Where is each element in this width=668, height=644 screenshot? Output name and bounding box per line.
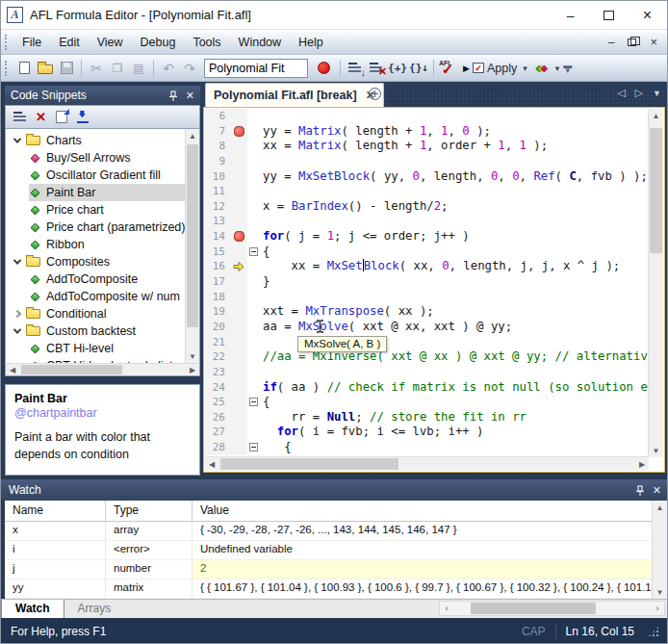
breakpoint-margin[interactable] xyxy=(230,395,247,410)
code-text[interactable] xyxy=(259,214,649,229)
watch-cell-name[interactable]: yy xyxy=(5,580,106,599)
breakpoint-margin[interactable] xyxy=(230,109,247,124)
insert-snippet-button[interactable]: ↓ xyxy=(345,58,366,79)
watch-cell-value[interactable]: { -30, -29, -28, -27, -26, ..., 143, 144… xyxy=(193,522,665,541)
watch-col-type[interactable]: Type xyxy=(106,501,193,522)
apply-dropdown-icon[interactable]: ▾ xyxy=(523,64,527,73)
maximize-icon[interactable] xyxy=(604,11,614,20)
menu-item-view[interactable]: View xyxy=(89,32,132,53)
code-text[interactable]: { xyxy=(259,440,649,455)
watch-cell-name[interactable]: x xyxy=(5,522,106,541)
tree-vertical-scrollbar[interactable]: ▲ ▼ xyxy=(185,129,199,363)
chevron-down-icon[interactable] xyxy=(11,328,24,334)
toolbar-grip2[interactable] xyxy=(5,61,8,76)
snippet-properties-icon[interactable] xyxy=(56,111,67,123)
tree-folder-custom-backtest[interactable]: Custom backtest xyxy=(6,322,185,340)
breakpoint-margin[interactable] xyxy=(230,349,247,365)
import-snippet-icon[interactable] xyxy=(77,111,89,123)
pin-icon[interactable] xyxy=(168,90,178,101)
breakpoint-margin[interactable] xyxy=(230,139,247,154)
fold-marker-icon[interactable] xyxy=(247,395,259,410)
watch-cell-name[interactable]: j xyxy=(5,560,106,580)
tree-vscroll-thumb[interactable] xyxy=(187,144,198,327)
chevron-down-icon[interactable] xyxy=(11,259,24,265)
menu-item-help[interactable]: Help xyxy=(290,32,332,53)
code-text[interactable]: yy = Matrix( length + 1, 1, 0 ); xyxy=(259,124,649,140)
editor-vscroll-thumb[interactable] xyxy=(650,128,662,253)
resize-grip[interactable] xyxy=(648,626,659,637)
code-text[interactable]: rr = Null; // store the fit in rr xyxy=(259,410,649,425)
snippets-close-icon[interactable]: ✕ xyxy=(186,90,194,102)
close-icon[interactable]: × xyxy=(643,9,652,22)
watch-cell-value[interactable]: { { 101.67 }, { 101.04 }, { 100.93 }, { … xyxy=(193,580,665,599)
code-text[interactable]: { xyxy=(259,395,649,410)
tree-item-addtocomposite[interactable]: AddToComposite xyxy=(6,270,185,288)
toolbar-overflow-icon[interactable]: ▬▾ xyxy=(563,64,572,73)
breakpoint-margin[interactable] xyxy=(230,365,247,380)
watch-cell-value[interactable]: Undefined variable xyxy=(193,541,665,560)
watch-row[interactable]: i<error>Undefined variable xyxy=(5,541,665,560)
breakpoint-icon[interactable] xyxy=(230,124,247,140)
tree-item-price-chart-parametrized[interactable]: Price chart (parametrized) xyxy=(6,219,185,236)
tree-item-buy-sell-arrows[interactable]: Buy/Sell Arrows xyxy=(6,149,185,167)
code-text[interactable] xyxy=(259,109,649,124)
breakpoint-margin[interactable] xyxy=(230,169,247,185)
chart-dropdown-icon[interactable]: ▾ xyxy=(555,64,560,73)
editor-vertical-scrollbar[interactable]: ▲ ▼ xyxy=(648,109,663,457)
code-text[interactable] xyxy=(259,365,649,380)
editor-hscroll-thumb[interactable] xyxy=(220,458,398,470)
tree-item-ribbon[interactable]: Ribbon xyxy=(6,236,185,253)
tree-hscroll-thumb[interactable] xyxy=(21,365,122,374)
breakpoint-margin[interactable] xyxy=(230,320,247,335)
breakpoint-margin[interactable] xyxy=(230,184,247,199)
document-tab[interactable]: Polynomial Fit.afl [break] ✕ xyxy=(205,83,384,107)
code-text[interactable]: for( j = 1; j <= order; j++ ) xyxy=(259,229,649,245)
tree-item-cbt-hi-level[interactable]: CBT Hi-level xyxy=(6,340,185,357)
code-text[interactable]: for( i = fvb; i <= lvb; i++ ) xyxy=(259,425,649,440)
goto-brace-button[interactable]: {}↓ xyxy=(408,58,429,79)
open-file-button[interactable] xyxy=(35,58,56,79)
toolbar-grip[interactable] xyxy=(5,35,8,50)
breakpoint-margin[interactable] xyxy=(230,199,247,215)
code-text[interactable]: { xyxy=(259,245,649,260)
new-file-button[interactable] xyxy=(13,58,35,79)
watch-horizontal-scrollbar[interactable]: ‹ › xyxy=(439,601,665,616)
formula-name-input[interactable] xyxy=(204,59,308,78)
redo-button[interactable]: ↷ xyxy=(179,58,200,79)
breakpoint-margin[interactable] xyxy=(230,214,247,229)
menu-item-window[interactable]: Window xyxy=(230,32,290,53)
code-text[interactable]: xx = Matrix( length + 1, order + 1, 1 ); xyxy=(259,139,649,154)
chevron-down-icon[interactable] xyxy=(11,138,24,143)
watch-row[interactable]: yymatrix{ { 101.67 }, { 101.04 }, { 100.… xyxy=(5,580,665,599)
breakpoint-margin[interactable] xyxy=(230,274,247,290)
tab-watch[interactable]: Watch xyxy=(1,600,64,618)
breakpoint-margin[interactable] xyxy=(230,380,247,396)
apply-button[interactable]: ▶ ✓ Apply ▾ xyxy=(459,60,531,77)
breakpoint-toggle-icon[interactable] xyxy=(318,62,330,74)
undo-button[interactable]: ↶ xyxy=(158,58,179,79)
code-text[interactable]: yy = MxSetBlock( yy, 0, length, 0, 0, Re… xyxy=(259,169,649,185)
breakpoint-margin[interactable] xyxy=(230,290,247,305)
watch-cell-value[interactable]: 2 xyxy=(193,560,665,580)
editor-horizontal-scrollbar[interactable]: ◀ ▶ xyxy=(205,456,649,471)
menu-item-file[interactable]: File xyxy=(13,32,50,53)
breakpoint-icon[interactable] xyxy=(230,229,247,245)
tab-scroll-right-icon[interactable]: ▷ xyxy=(635,87,643,99)
watch-cell-name[interactable]: i xyxy=(5,541,106,560)
new-tab-icon[interactable] xyxy=(369,88,381,100)
paste-button[interactable]: ▤ xyxy=(128,58,149,79)
tab-arrays[interactable]: Arrays xyxy=(64,600,125,618)
breakpoint-margin[interactable] xyxy=(230,335,247,350)
code-text[interactable]: } xyxy=(259,274,649,290)
tree-folder-charts[interactable]: Charts xyxy=(6,132,185,149)
code-text[interactable]: if( aa ) // check if matrix is not null … xyxy=(259,380,649,396)
cut-button[interactable]: ✂ xyxy=(86,58,107,79)
tab-list-dropdown-icon[interactable]: ▼ xyxy=(653,89,661,98)
verify-syntax-button[interactable]: AFL✓ xyxy=(438,58,459,79)
mdi-minimize-icon[interactable]: – xyxy=(608,38,615,47)
mdi-restore-icon[interactable] xyxy=(628,39,636,46)
watch-col-name[interactable]: Name xyxy=(5,501,106,522)
breakpoint-margin[interactable] xyxy=(230,440,247,455)
fold-marker-icon[interactable] xyxy=(247,440,259,455)
tree-item-addtocomposite-w-num[interactable]: AddToComposite w/ num xyxy=(6,288,185,305)
